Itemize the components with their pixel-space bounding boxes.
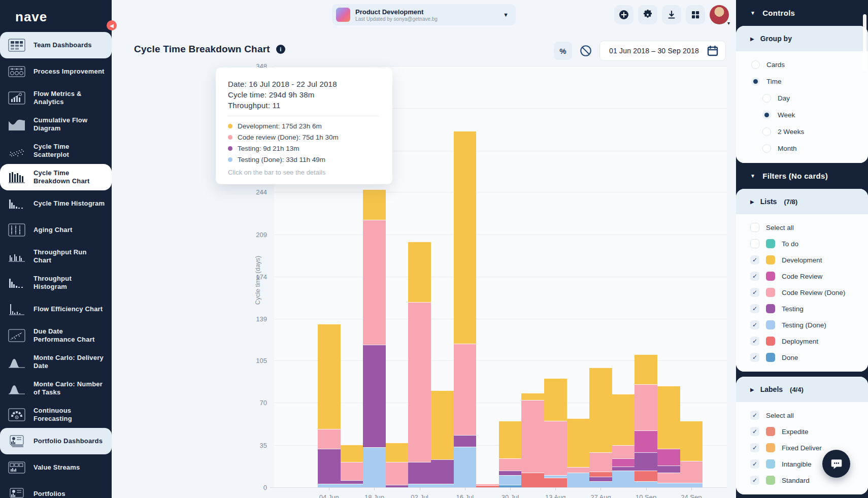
bar-segment-code_review[interactable] [612,458,635,467]
bar-segment-testing_done[interactable] [657,483,680,488]
stacked-bar-27-aug[interactable]: 27 Aug [589,368,612,487]
stacked-bar-13-aug[interactable]: 13 Aug [544,378,567,487]
bar-segment-deployment[interactable] [476,485,499,487]
stacked-bar-09-jul[interactable] [431,390,454,487]
bar-segment-deployment[interactable] [635,471,657,482]
checkbox-row-done[interactable]: ✓Done [736,349,868,366]
bar-segment-code_review_done[interactable] [499,458,522,471]
radio-button[interactable] [762,94,771,103]
bar-segment-development[interactable] [341,445,363,461]
sidebar-item-flow-efficiency-chart[interactable]: Flow Efficiency Chart [0,296,112,322]
bar-segment-testing_done[interactable] [318,484,341,487]
apps-button[interactable] [686,5,705,24]
bar-segment-development[interactable] [521,393,544,400]
bar-segment-code_review_done[interactable] [657,473,680,482]
sidebar-item-process-improvement[interactable]: Process Improvement [0,58,112,85]
lists-section-header[interactable]: ▶ Lists (7/8) [736,189,868,214]
bar-segment-code_review_done[interactable] [408,302,431,462]
bar-segment-code_review[interactable] [657,449,680,466]
checkbox-row-code-review-done-[interactable]: ✓Code Review (Done) [736,284,868,301]
scrollbar-thumb[interactable] [863,14,866,71]
sidebar-item-throughput-histogram[interactable]: Throughput Histogram [0,270,112,296]
checkbox[interactable]: ✓ [750,304,759,313]
checkbox[interactable]: ✓ [750,255,759,264]
checkbox-row-select-all[interactable]: Select all [736,219,868,236]
bar-segment-development[interactable] [408,242,431,302]
checkbox-row-development[interactable]: ✓Development [736,252,868,268]
sidebar-item-flow-metrics-analytics[interactable]: Flow Metrics & Analytics [0,85,112,111]
bar-segment-development[interactable] [567,418,590,467]
sidebar-item-cycle-time-breakdown-chart[interactable]: Cycle Time Breakdown Chart [0,164,112,190]
checkbox[interactable]: ✓ [750,272,759,281]
radio-button[interactable] [762,127,771,136]
bar-segment-deployment[interactable] [544,478,567,487]
stacked-bar-20-aug[interactable] [567,418,590,487]
bar-segment-testing[interactable] [635,452,657,471]
bar-segment-code_review_done[interactable] [589,452,612,472]
board-selector[interactable]: Product Development Last Updated by sony… [332,4,516,25]
checkbox-row-fixed-deliver[interactable]: ✓Fixed Deliver [736,440,868,456]
radio-2-weeks[interactable]: 2 Weeks [736,123,868,140]
checkbox[interactable] [750,239,759,248]
bar-segment-development[interactable] [386,443,409,462]
bar-segment-testing[interactable] [408,462,431,484]
sidebar-item-cycle-time-scatterplot[interactable]: Cycle Time Scatterplot [0,138,112,164]
bar-segment-testing[interactable] [363,345,386,448]
bar-segment-testing[interactable] [589,477,612,482]
bar-segment-testing[interactable] [657,466,680,473]
bar-segment-code_review_done[interactable] [363,220,386,345]
user-avatar[interactable] [710,5,729,24]
bar-segment-code_review_done[interactable] [341,462,363,480]
stacked-bar-18-jun[interactable]: 18 Jun [363,189,386,487]
sidebar-item-cycle-time-histogram[interactable]: Cycle Time Histogram [0,190,112,217]
bar-segment-development[interactable] [544,378,567,421]
stacked-bar-25-jun[interactable] [386,443,409,487]
sidebar-item-portfolio-dashboards[interactable]: Portfolio Dashboards [0,428,112,454]
bar-segment-testing_done[interactable] [589,481,612,487]
sidebar-item-throughput-run-chart[interactable]: Throughput Run Chart [0,243,112,270]
checkbox-row-deployment[interactable]: ✓Deployment [736,333,868,349]
bar-segment-testing[interactable] [318,449,341,484]
checkbox-row-to-do[interactable]: To do [736,236,868,252]
radio-day[interactable]: Day [736,90,868,107]
bar-segment-testing_done[interactable] [635,481,657,487]
settings-button[interactable] [638,5,657,24]
bar-segment-code_review_done[interactable] [318,429,341,448]
labels-section-header[interactable]: ▶ Labels (4/4) [736,377,868,402]
bar-segment-testing_done[interactable] [612,471,635,487]
bar-segment-code_review_done[interactable] [635,384,657,430]
bar-segment-development[interactable] [589,368,612,452]
bar-segment-testing[interactable] [341,480,363,484]
controls-header[interactable]: ▼ Controls [736,0,868,26]
bar-segment-development[interactable] [431,390,454,459]
checkbox[interactable]: ✓ [750,320,759,329]
checkbox[interactable]: ✓ [750,476,759,485]
bar-segment-testing_done[interactable] [431,484,454,487]
sidebar-item-monte-carlo-delivery-date[interactable]: Monte Carlo: Delivery Date [0,349,112,375]
stacked-bar-06-aug[interactable] [521,393,544,487]
sidebar-item-aging-chart[interactable]: Aging Chart [0,217,112,243]
checkbox[interactable]: ✓ [750,459,759,469]
bar-segment-code_review_done[interactable] [680,461,703,483]
bar-segment-testing_done[interactable] [680,483,703,488]
chat-widget-button[interactable] [822,450,850,478]
filters-header[interactable]: ▼ Filters (No cards) [736,163,868,189]
checkbox-row-testing[interactable]: ✓Testing [736,301,868,317]
bar-segment-testing[interactable] [386,485,409,487]
bar-segment-development[interactable] [363,189,386,220]
download-button[interactable] [662,5,681,24]
checkbox[interactable]: ✓ [750,337,759,346]
stacked-bar-10-sep[interactable]: 10 Sep [635,354,657,487]
checkbox[interactable] [750,223,759,232]
sidebar-item-continuous-forecasting[interactable]: Continuous Forecasting [0,402,112,428]
bar-segment-testing[interactable] [612,467,635,470]
percent-toggle-button[interactable]: % [554,42,572,60]
sidebar-collapse-button[interactable]: ◀ [107,20,117,30]
radio-month[interactable]: Month [736,140,868,157]
bar-segment-code_review_done[interactable] [612,445,635,458]
sidebar-item-portfolios[interactable]: Portfolios [0,481,112,498]
bar-segment-development[interactable] [635,354,657,385]
checkbox[interactable]: ✓ [750,411,759,420]
radio-week[interactable]: Week [736,107,868,123]
bar-segment-development[interactable] [680,421,703,461]
